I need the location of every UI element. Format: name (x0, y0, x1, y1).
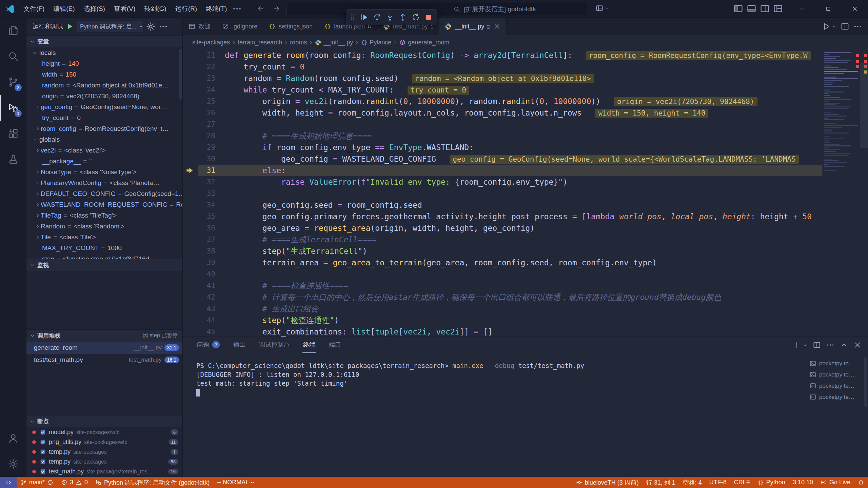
debug-gear-icon[interactable] (146, 22, 156, 32)
stack-frame[interactable]: generate_room__init__.py31:1 (26, 342, 182, 354)
tab-欢迎[interactable]: 欢迎 (183, 18, 216, 35)
status-indentation[interactable]: 空格: 4 (679, 477, 706, 488)
status-cursor-position[interactable]: 行 31, 列 1 (643, 477, 679, 488)
variable-row[interactable]: Random=<class 'Random'> (26, 221, 182, 232)
navigate-forward-button[interactable] (270, 3, 283, 15)
scope-globals[interactable]: globals (26, 134, 182, 145)
code-line[interactable]: 38 step("生成TerrainCell") (183, 245, 822, 257)
tab-settings.json[interactable]: {}settings.json (263, 18, 318, 35)
code-line[interactable]: 26 width, height = room_config.layout.n_… (183, 107, 822, 119)
overview-ruler[interactable] (860, 49, 868, 337)
status-python-version[interactable]: 3.10.10 (789, 477, 817, 488)
variable-row[interactable]: MAX_TRY_COUNT=1000 (26, 243, 182, 253)
menu-item[interactable]: 转到(G) (140, 4, 171, 13)
code-line[interactable]: 35 geo_config.primary_forces.geothermal_… (183, 211, 822, 222)
views-more-actions-icon[interactable] (158, 22, 168, 32)
run-dropdown-icon[interactable] (832, 24, 837, 29)
restart-button[interactable] (410, 11, 422, 24)
drag-grip-icon[interactable] (349, 13, 357, 21)
code-line[interactable]: 37 # ====生成TerrainCell==== (183, 234, 822, 245)
menu-item[interactable]: 编辑(E) (49, 4, 79, 13)
code-line[interactable]: 24 while try_count < MAX_TRY_COUNT:try_c… (183, 84, 822, 96)
code-line[interactable]: 22 try_count = 0 (183, 61, 822, 73)
code-line[interactable]: 39 terrain_area = geo_area_to_terrain(ge… (183, 257, 822, 268)
activity-search[interactable] (0, 43, 26, 69)
activity-accounts[interactable] (0, 425, 26, 451)
menu-item[interactable]: 查看(V) (110, 4, 140, 13)
code-line[interactable]: 42 # 计算每一个出口的中心，然后使用astar生成路径，确保每一个出口组合都… (183, 291, 822, 303)
code-line[interactable]: 28 # ====生成初始地理信息==== (183, 130, 822, 142)
breakpoint-row[interactable]: png_utils.pysite-packages\wfc11 (26, 437, 182, 447)
variable-row[interactable]: DEFAULT_GEO_CONFIG=GeoConfig(seed=1… (26, 188, 182, 199)
run-python-file-button[interactable] (822, 22, 831, 31)
status-encoding[interactable]: UTF-8 (706, 477, 730, 488)
variable-row[interactable]: Tile=<class 'Tile'> (26, 232, 182, 243)
status-branch[interactable]: main* (17, 477, 57, 488)
breakpoint-row[interactable]: temp.pysite-packages1 (26, 447, 182, 457)
breakpoint-row[interactable]: test_math.pysite-packages\terrain_res…16 (26, 467, 182, 476)
new-terminal-button[interactable] (792, 341, 801, 349)
panel-tab-输出[interactable]: 输出 (233, 337, 246, 353)
variable-row[interactable]: try_count=0 (26, 113, 182, 123)
terminal-instance[interactable]: pocketpy te… (805, 369, 868, 380)
code-line[interactable]: 41 # ====检查连通性==== (183, 280, 822, 291)
code-line[interactable]: 23 random = Random(room_config.seed)rand… (183, 73, 822, 84)
activity-source-control[interactable]: 3 (0, 69, 26, 95)
code-line[interactable]: 30 geo_config = WASTELAND_GEO_CONFIGgeo_… (183, 153, 822, 165)
variable-row[interactable]: random=<Random object at 0x1bf9d01e… (26, 80, 182, 91)
breadcrumb-item[interactable]: __init__.py (315, 39, 353, 46)
step-into-button[interactable] (384, 11, 396, 24)
navigate-back-button[interactable] (254, 3, 267, 15)
code-line[interactable]: 21def generate_room(room_config: RoomReq… (183, 49, 822, 61)
variable-row[interactable]: PlanetaryWindConfig=<class 'Planeta… (26, 178, 182, 188)
breadcrumb-item[interactable]: rooms (290, 39, 307, 46)
step-over-button[interactable] (371, 11, 383, 24)
profile-dropdown[interactable] (595, 4, 609, 12)
scope-locals[interactable]: locals (26, 47, 182, 58)
activity-run-and-debug[interactable]: 1 (0, 95, 26, 121)
variable-row[interactable]: geo_config=GeoConfig(seed=None, wor… (26, 102, 182, 113)
editor[interactable]: 21def generate_room(room_config: RoomReq… (183, 49, 868, 337)
code-line[interactable]: 45 exit_combinations: list[tuple[vec2i, … (183, 326, 822, 337)
terminal-profile-dropdown-icon[interactable] (803, 343, 808, 348)
start-debugging-button[interactable] (66, 22, 74, 30)
breadcrumb-item[interactable]: site-packages (192, 39, 230, 46)
step-out-button[interactable] (397, 11, 409, 24)
status-eol[interactable]: CRLF (730, 477, 754, 488)
activity-settings[interactable] (0, 451, 26, 477)
status-notifications[interactable] (854, 477, 868, 488)
code-line[interactable]: 40 (183, 268, 822, 280)
breakpoints-section-header[interactable]: 断点 (26, 415, 182, 427)
variable-row[interactable]: origin=vec2i(7205730, 9024468) (26, 91, 182, 102)
variable-row[interactable]: __package__='' (26, 156, 182, 167)
code-line[interactable]: 34 geo_config.seed = room_config.seed (183, 199, 822, 211)
activity-extensions[interactable] (0, 121, 26, 146)
breakpoint-checkbox[interactable] (40, 459, 46, 465)
menu-item[interactable]: 终端(T) (201, 4, 231, 13)
panel-tab-端口[interactable]: 端口 (328, 337, 342, 353)
activity-explorer[interactable] (0, 18, 26, 43)
toggle-primary-sidebar-icon[interactable] (733, 3, 744, 14)
minimap[interactable] (822, 49, 860, 337)
variable-row[interactable]: TileTag=<class 'TileTag'> (26, 210, 182, 221)
close-icon[interactable] (493, 23, 501, 30)
menu-item[interactable]: 文件(F) (19, 4, 49, 13)
stop-button[interactable] (422, 11, 435, 24)
minimize-button[interactable] (789, 0, 815, 17)
code-line[interactable]: 27 (183, 119, 822, 130)
status-remote[interactable] (0, 477, 17, 488)
breakpoint-checkbox[interactable] (40, 439, 46, 445)
maximize-panel-icon[interactable] (840, 341, 848, 349)
variable-row[interactable]: WASTELAND_ROOM_REQUEST_CONFIG=RoomR… (26, 199, 182, 210)
variable-row[interactable]: width=150 (26, 69, 182, 80)
close-panel-icon[interactable] (853, 341, 862, 349)
status-go-live[interactable]: Go Live (817, 477, 854, 488)
code-line[interactable]: 44 step("检查连通性") (183, 314, 822, 326)
toggle-panel-icon[interactable] (746, 3, 757, 14)
maximize-button[interactable] (815, 0, 842, 17)
code-line[interactable]: 36 geo_area = request_area(origin, width… (183, 222, 822, 234)
activity-testing[interactable] (0, 146, 26, 172)
tab-.gdignore[interactable]: .gdignore (216, 18, 263, 35)
code-line[interactable]: 25 origin = vec2i(random.randint(0, 1000… (183, 96, 822, 107)
panel-tab-调试控制台[interactable]: 调试控制台 (258, 337, 290, 353)
